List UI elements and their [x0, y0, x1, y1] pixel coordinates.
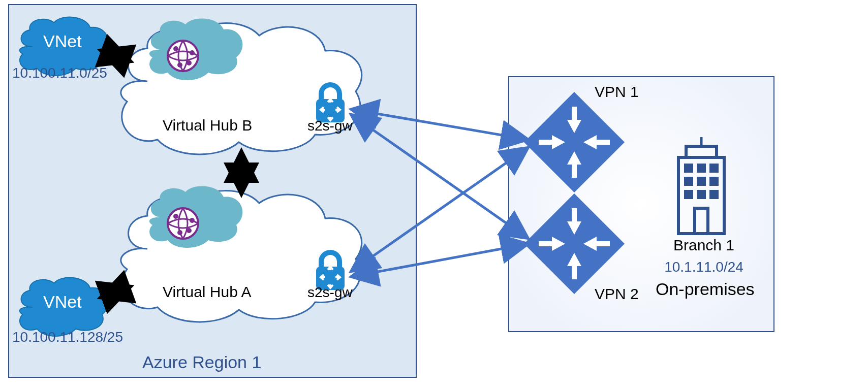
onprem-title: On-premises: [656, 279, 755, 299]
vpn2-label: VPN 2: [595, 285, 639, 303]
link-vnetB-hubB: [102, 51, 130, 61]
link-gwB-vpn1: [351, 109, 529, 140]
hub-a-label: Virtual Hub A: [163, 283, 252, 301]
vnet-a-badge: VNet: [43, 292, 82, 311]
globe-icon-a: [168, 208, 198, 239]
vpn1-icon: [524, 92, 625, 192]
vnet-b-cidr: 10.100.11.0/25: [12, 65, 107, 81]
vpn2-icon: [524, 193, 625, 294]
diagram-svg: VNet VNet: [0, 0, 868, 389]
link-gwB-vpn2: [351, 114, 529, 239]
vnet-a-cidr: 10.100.11.128/25: [12, 329, 123, 345]
building-icon: [678, 137, 724, 234]
branch-cidr: 10.1.11.0/24: [663, 259, 745, 275]
azure-region-title: Azure Region 1: [142, 352, 261, 372]
vnet-b-badge: VNet: [43, 31, 82, 51]
link-gwA-vpn1: [351, 147, 529, 272]
hub-b-label: Virtual Hub B: [163, 117, 252, 134]
globe-icon-b: [168, 41, 198, 71]
hub-a-gw-label: s2s-gw: [307, 284, 353, 301]
branch-label: Branch 1: [671, 237, 737, 254]
vnet-a-cloud-icon: VNet: [20, 278, 108, 336]
link-gwA-vpn2: [351, 244, 529, 277]
hub-b-gw-label: s2s-gw: [307, 118, 353, 134]
vpn1-label: VPN 1: [595, 83, 639, 101]
